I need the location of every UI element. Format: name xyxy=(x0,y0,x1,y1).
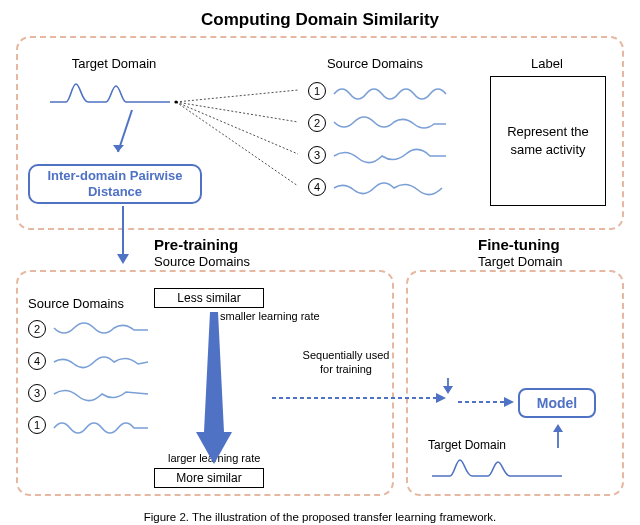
figure-caption: Figure 2. The illustration of the propos… xyxy=(0,511,640,523)
arrow-seq-down xyxy=(438,376,458,396)
svg-line-3 xyxy=(176,102,298,154)
more-similar-box: More similar xyxy=(154,468,264,488)
svg-line-1 xyxy=(176,90,298,102)
model-box: Model xyxy=(518,388,596,418)
arrow-ipd-down xyxy=(108,204,138,270)
ordered-id-0: 2 xyxy=(28,320,46,338)
source-waveform-1 xyxy=(332,80,452,104)
svg-line-2 xyxy=(176,102,298,122)
ordered-id-3: 1 xyxy=(28,416,46,434)
page-title: Computing Domain Similarity xyxy=(0,0,640,36)
arrow-target-to-ipd xyxy=(108,106,148,166)
ipd-box: Inter-domain Pairwise Distance xyxy=(28,164,202,204)
ordered-wave-1 xyxy=(52,350,152,374)
arrow-into-model-left xyxy=(456,392,518,412)
finetune-sub: Target Domain xyxy=(478,254,563,269)
svg-marker-9 xyxy=(443,386,453,394)
source-domains-label: Source Domains xyxy=(310,56,440,71)
source-waveform-3 xyxy=(332,144,452,168)
source-id-4: 4 xyxy=(308,178,326,196)
widening-arrow xyxy=(196,312,232,464)
ordered-wave-2 xyxy=(52,382,152,406)
svg-marker-6 xyxy=(117,254,129,264)
ordered-wave-3 xyxy=(52,414,152,438)
finetune-target-label: Target Domain xyxy=(428,438,506,452)
label-heading: Label xyxy=(512,56,582,71)
arrow-target-up xyxy=(546,420,570,452)
svg-marker-10 xyxy=(504,397,514,407)
ordered-id-2: 3 xyxy=(28,384,46,402)
finetune-heading: Fine-tuning xyxy=(478,236,560,253)
svg-marker-11 xyxy=(553,424,563,432)
source-waveform-4 xyxy=(332,176,452,200)
source-waveform-2 xyxy=(332,112,452,136)
source-id-1: 1 xyxy=(308,82,326,100)
smaller-lr-note: smaller learning rate xyxy=(220,310,320,322)
label-box: Represent the same activity xyxy=(490,76,606,206)
svg-marker-5 xyxy=(113,145,124,152)
ordered-wave-0 xyxy=(52,318,152,342)
arrow-seq-right xyxy=(270,388,450,408)
source-id-3: 3 xyxy=(308,146,326,164)
svg-marker-7 xyxy=(196,312,232,464)
pretrain-heading: Pre-training xyxy=(154,236,238,253)
target-waveform-bottom xyxy=(430,454,570,484)
ordered-id-1: 4 xyxy=(28,352,46,370)
source-id-2: 2 xyxy=(308,114,326,132)
seq-note: Sequentially used for training xyxy=(296,348,396,377)
less-similar-box: Less similar xyxy=(154,288,264,308)
target-domain-label: Target Domain xyxy=(54,56,174,71)
pretrain-list-label: Source Domains xyxy=(28,296,124,311)
pretrain-sub: Source Domains xyxy=(154,254,250,269)
